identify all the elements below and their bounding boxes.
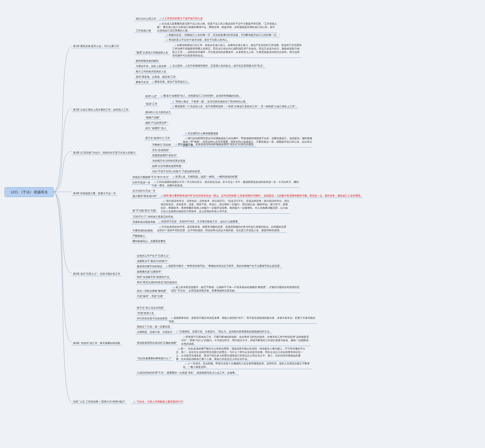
c5-n7-anno: 桌上的东西没放整齐，缺乏平衡感，心就静不下来—只有具备如此细腻的"敏锐度"，才能… [171, 286, 300, 293]
c3-n6[interactable]: 付出"不亚于任何人的努力"乃是自然的机理 [151, 169, 201, 174]
c5-n6[interactable]: 事先"看见完成时的状态"就定能成功 [136, 280, 178, 285]
c1-n8[interactable]: 要每天反省 [134, 80, 150, 84]
c1-n4[interactable]: 那些智慧迸发的瞬间 [134, 59, 160, 63]
c2-n1[interactable]: 改变"心态" [144, 94, 159, 98]
c4-n5-anno: "因为我没有学过，没有知识，没有技术，所以我不行。"说这话可不行，应该这样思考：… [161, 199, 290, 214]
c4-n4-anno: 我用"能力要用将来进行时"这句话来表达这一观点。这句话意味着"人具备无限的可能性… [159, 194, 363, 198]
c1-n5[interactable]: 乍看的不幸，实际上是幸事 [134, 64, 168, 68]
root-node[interactable]: 1221 《干法》 稻盛和夫 [5, 187, 54, 197]
c6-n1[interactable]: 敢于走"别人没走过的路" [136, 306, 166, 310]
chapter-6[interactable]: 第6章 "创造性"地工作：每天都要钻研创新 敢于走"别人没走过的路" "扫地"改… [72, 305, 317, 376]
c4-n3[interactable]: 全力过好今天这一天 [131, 189, 157, 193]
chapter-5[interactable]: 第5章 追求"完美主义"：怎样才能出色工作 出色的工作产生于"完美主义" 成败取… [72, 253, 300, 299]
c5-n5[interactable]: 制作"会划破手的"崭新的产品 [136, 275, 171, 279]
chapter-3-label[interactable]: 第3章 以"高目标"为动力：持续付出不亚于任何人的努力 [72, 151, 137, 155]
c5-n7[interactable]: 抓住一切机会磨炼"敏锐度" [136, 289, 168, 293]
c2-n5[interactable]: 倾听"产品的哭泣声" [144, 121, 169, 125]
chapter-1-label[interactable]: 第1章 磨练灵魂 提升心志：为什么要工作 [72, 44, 121, 48]
c5-n2[interactable]: 成败取决于"最后1%的努力" [136, 259, 169, 263]
c2-n1-anno: 要成为"自燃型"的人，在热爱自己工作的同时，必须持有明确的目标。 [159, 94, 242, 98]
c1-n6[interactable]: 努力工作的彼岸是美好人生 [134, 69, 168, 74]
c6-n7-anno: 第一，社长必须设置严格区分公和私的界限，我是说绝不能公私混同，特别是在人事问题上… [176, 347, 306, 361]
c6-n4[interactable]: 既然定了计划，就一定要实现 [136, 325, 171, 329]
c4-n2[interactable]: 比昨天更进一步 [131, 180, 152, 185]
c4-n7-anno: 得意时不忘形，失意时不消沉，天天每日勤奋工作，这比什么都重要。 [157, 220, 240, 224]
chapter-1[interactable]: 第1章 磨练灵魂 提升心志：为什么要工作 我们为什么而工作人工作的目的是为了提升… [72, 16, 302, 85]
c2-n2-s2: 要想拥有一个充实的人生，你只有两种选择：一种是"从事自己喜欢的工作"，另一种则是… [170, 105, 298, 109]
c6-n6-anno: 即使是平凡简单的工作，只要不断地钻研创新，也会带来飞跃性的进步。在每天的工作中时… [181, 335, 311, 346]
c6-n3[interactable]: 外行的长处是可以自由发想 [136, 316, 169, 321]
c4-n9[interactable]: 严酷锻炼人 [131, 234, 147, 238]
c4-n10[interactable]: 哪怕险峻高山，也要垂直攀登 [131, 239, 167, 243]
c6-n2[interactable]: "扫地"改变人生 [136, 311, 155, 315]
chapter-5-label[interactable]: 第5章 追求"完美主义"：怎样才能出色工作 [72, 272, 122, 276]
c5-n4[interactable]: 最重要的是"注重细节" [136, 270, 163, 274]
c3-n3[interactable]: 把愿望渗透到"潜意识" [151, 153, 178, 158]
chapter-6-label[interactable]: 第6章 "创造性"地工作：每天都要钻研创新 [72, 341, 122, 345]
c2-n2-s1: "有情人相会，千里变一里"，这句话真实地表达了我当时的心情。 [170, 100, 248, 104]
c1-n2[interactable]: 工作造就人格 [134, 28, 153, 33]
c3-n1-anno: 要实现高目标，前提就是持续地怀抱能渗透到"潜意识"的强烈的愿望。 [173, 143, 256, 147]
c7-anno: "为社会、为世人作奉献是人最高贵的行为" [131, 400, 184, 404]
c1-n3[interactable]: "极度"认真地工作能扭转人生 [134, 50, 170, 55]
chapter-2-label[interactable]: 第2章 让自己喜欢上所从事的工作：如何投入工作 [72, 107, 130, 112]
chapter-2[interactable]: 第2章 让自己喜欢上所从事的工作：如何投入工作 改变"心态"要成为"自燃型"的人… [72, 94, 313, 148]
c1-n2-s1: 稻盛先生说："回顾自己人生的每一天，其实就是通过经营实践，不间断地提升自己心性的… [164, 33, 280, 37]
c6-n6[interactable]: 将创造发明导向成功的"正确的地图" [136, 341, 178, 345]
c4-n8-anno: 针对自身所处的环境，是采取卑屈、怨恨等消极的态度，还是把困难的任务当作自己发展的… [157, 225, 287, 232]
c4-n7[interactable]: 苦难和成功都是考验 [131, 220, 157, 224]
c4-n8[interactable]: 不要有感性的烦恼 [131, 228, 154, 233]
c4-n1-anno: 所谓人生，归根到底，就是"一瞬间、一瞬间持续的积累" [171, 175, 238, 179]
c6-n7-s: 人一旦成功，总会骄傲。即使过去是十分谦虚的人也会变得傲慢起来。这样的话，他的人生… [183, 362, 313, 369]
c1-n8-anno: 磨炼灵魂，就会产生利他之心。 [150, 80, 190, 84]
c2-n2[interactable]: "迷恋"工作 [144, 102, 159, 106]
c2-n7-s1: 无论遇到什么事情都要感谢 [183, 132, 218, 136]
c4-n1[interactable]: 持续的力量能将"平凡"变为"非凡" [131, 175, 171, 179]
c5-n1[interactable]: 出色的工作产生于"完美主义" [136, 254, 171, 258]
c5-n8[interactable]: 不是"最佳"，而是"完美" [136, 294, 165, 298]
c1-n3-anno: 如果你热爱自己的工作，你就会全身心投入。如果你全身心投入，就会产生良好的工作结果… [172, 43, 302, 58]
c2-n7[interactable]: 勇于在"旋涡中心"工作 [144, 136, 171, 140]
c1-n2-s2: 劳动的意义不仅在于追求业绩，更在于完善人的内心。 [164, 38, 230, 42]
c4-n4[interactable]: 能力要用"将来进行时" [131, 194, 159, 198]
c5-n3-anno: 德国有句格言："神寄宿在细节处。"事物的本质决定于细节，美好的事物产生于注重细节… [164, 264, 282, 268]
c6-n3-anno: 成就新事业的，是那些不被任何成见束缚、冒险心强烈的"外行"。而不是在该领域经验丰… [169, 316, 317, 324]
c3-n5[interactable]: 始终"以百米赛的速度奔跑" [151, 164, 183, 168]
c4-n6[interactable]: "已经不行了" 的时候才是真正的开始 [131, 215, 175, 219]
c1-n5-anno: 这么想来，人生中的困难和挫折，正是我人生的起点，或许也正是我最大的"幸运"。 [168, 64, 266, 68]
c1-n2-anno: 比完成儿更重要的是完善干活人的人格。但是干活人的人格必须在干活中才能提升和完善。… [157, 22, 277, 33]
chapter-7-label[interactable]: 结语 "人生 工作的结果 = 思维方式×热情×能力" [72, 400, 127, 404]
c2-n4[interactable]: "抱着产品睡" [144, 115, 161, 120]
chapter-3[interactable]: 第3章 以"高目标"为动力：持续付出不亚于任何人的努力 不断树立"高目标"要实现… [72, 142, 256, 174]
c4-n2-anno: 工作的成绩和进度以今天一天为单位区分，然后切实完成。在今天这一天中，最低限度是必… [152, 180, 300, 188]
c3-n4[interactable]: 当你竭尽全力时神灵将会现身 [151, 159, 187, 163]
c6-n5-anno: "乐观构思、悲观计划、乐观实行。"我认为，这就是向新课题发起挑战最好的方法。 [174, 330, 272, 334]
c3-n2[interactable]: 首先"必须得想" [151, 148, 171, 152]
c2-n3[interactable]: 感动给人注入新的动力 [144, 110, 172, 114]
c6-n8[interactable]: 让成功持续的所谓"干法"，最重要的一点就是"无私"，就是抱着无私之心去工作，去做… [136, 371, 239, 375]
chapter-7[interactable]: 结语 "人生 工作的结果 = 思维方式×热情×能力" "为社会、为世人作奉献是人… [72, 400, 184, 404]
c3-n1[interactable]: 不断树立"高目标" [151, 143, 173, 147]
c1-n7[interactable]: 坚持"愚直地、认真地、诚实地"工作 [134, 75, 177, 79]
chapter-4[interactable]: 第4章 持续就是力量：抓紧今天这一天 持续的力量能将"平凡"变为"非凡"所谓人生… [72, 175, 363, 244]
c6-n7[interactable]: "当社长最重要的事情是什么？" [136, 356, 173, 361]
c4-n5[interactable]: 将"不可能"变为"可能" [131, 208, 158, 213]
c6-n5[interactable]: 乐观构思、悲观计划、乐观实行 [136, 330, 174, 334]
c5-n3[interactable]: 橡皮绝对擦不掉的错误 [136, 264, 164, 269]
chapter-4-label[interactable]: 第4章 持续就是力量：抓紧今天这一天 [72, 191, 117, 196]
c1-n1-anno: 人工作的目的是为了提升自己的心志 [157, 17, 203, 21]
c2-n6[interactable]: 成为 "自燃型" 的人 [144, 126, 168, 130]
c1-n1[interactable]: 我们为什么而工作 [134, 17, 157, 21]
